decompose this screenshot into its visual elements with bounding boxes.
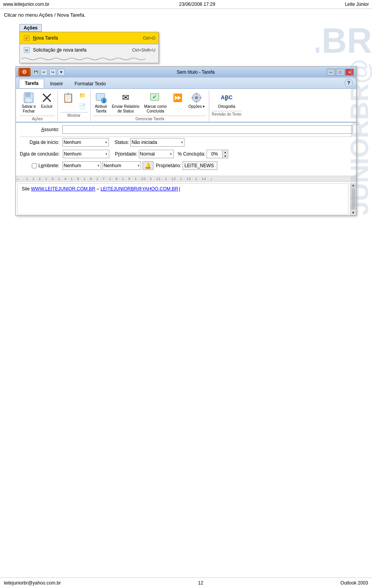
scrollbar[interactable]: ▲ ▼ (350, 183, 356, 215)
author: Leite Júnior (345, 2, 369, 7)
tab-inserir[interactable]: Inserir (44, 79, 69, 88)
lembrete-date-select[interactable]: Nenhum (62, 161, 101, 170)
spinner-down[interactable]: ▼ (222, 154, 228, 158)
proprietario-input[interactable] (183, 161, 217, 170)
btn-mostrar-3[interactable]: 📄 (77, 101, 88, 111)
menu-area: Ações ✓ Nova Tarefa Ctrl+O (19, 24, 182, 63)
arrow-icon: ⏩ (171, 92, 184, 104)
outlook-window: O 💾 ↩ ↪ ▼ Sem título - Tarefa ─ □ ✕ Tare… (16, 66, 356, 216)
salvar-fechar-icon: 📄 (22, 92, 35, 104)
menu-bar[interactable]: Ações (19, 24, 42, 32)
data-inicio-row: Data de início: Nenhum Status: Não inici… (20, 138, 352, 147)
menu-item-nova-tarefa[interactable]: ✓ Nova Tarefa Ctrl+O (20, 32, 158, 44)
ortografia-label: Ortografia (218, 104, 235, 109)
enviar-relatorio-icon: ✉ (119, 92, 132, 104)
lembrete-row: Lembrete: Nenhum Nenhum 🔔 Proprietário: (20, 161, 352, 170)
ribbon-tabs-row: Tarefa Inserir Formatar Texto ? (16, 78, 356, 88)
spinner-up[interactable]: ▲ (222, 150, 228, 154)
quick-undo-btn[interactable]: ↩ (41, 69, 48, 76)
svg-text:👤: 👤 (102, 99, 106, 103)
btn-arrow[interactable]: ⏩ (169, 90, 186, 105)
acoes-buttons: 📄 Salvar eFechar Excluir (20, 90, 55, 115)
concluida-spinner: ▲ ▼ (207, 150, 228, 158)
btn-mostrar-1[interactable]: 📋 (60, 90, 76, 105)
quick-save-btn[interactable]: 💾 (32, 69, 39, 76)
office-button[interactable]: O (18, 68, 31, 76)
assunto-input[interactable] (62, 125, 352, 134)
title-bar: O 💾 ↩ ↪ ▼ Sem título - Tarefa ─ □ ✕ (16, 67, 356, 78)
doc-area[interactable]: Site WWW.LEITEJUNIOR.COM.BR – LEITEJUNIO… (17, 183, 348, 214)
ribbon-group-revisao: ABC ✔ Ortografia Revisão de Texto (209, 90, 244, 121)
quick-extra-btn[interactable]: ▼ (58, 69, 65, 76)
btn-excluir[interactable]: Excluir (39, 90, 55, 110)
btn-atribuir-tarefa[interactable]: 👤 AtribuirTarefa (93, 90, 109, 115)
ribbon-group-gerenciar: 👤 AtribuirTarefa ✉ Enviar Relatóriode St… (91, 90, 210, 121)
btn-ortografia[interactable]: ABC ✔ Ortografia (216, 90, 237, 110)
btn-salvar-fechar[interactable]: 📄 Salvar eFechar (20, 90, 38, 115)
svg-text:📄: 📄 (27, 99, 31, 102)
salvar-fechar-label: Salvar eFechar (22, 104, 36, 114)
mostrar-2-icon: 📁 (78, 91, 87, 100)
data-conclusao-select[interactable]: Nenhum (63, 150, 109, 158)
btn-marcar-concluida[interactable]: ✔ Marcar comoConcluída (142, 90, 169, 115)
lembrete-label: Lembrete: (38, 163, 59, 168)
assunto-row: Assunto: (20, 125, 352, 134)
svg-text:✉: ✉ (25, 48, 28, 52)
svg-text:✓: ✓ (25, 36, 28, 40)
nova-tarefa-shortcut: Ctrl+O (143, 36, 155, 40)
quick-redo-btn[interactable]: ↪ (49, 69, 56, 76)
btn-mostrar-2[interactable]: 📁 (77, 90, 88, 100)
help-button[interactable]: ? (344, 79, 353, 87)
scroll-up[interactable]: ▲ (351, 183, 356, 188)
tab-tarefa[interactable]: Tarefa (19, 79, 44, 88)
window-title: Sem título - Tarefa (65, 69, 327, 75)
concluida-input[interactable] (207, 150, 222, 158)
nova-tarefa-icon: ✓ (23, 34, 31, 42)
ruler-bar: ↔ · 1 · 1 · 2 · 1 · 3 · 1 · 4 · 1 · 5 · … (16, 176, 356, 182)
data-conclusao-row: Data de conclusão: Nenhum Prioridade: No… (20, 149, 352, 159)
restore-button[interactable]: □ (336, 69, 344, 76)
doc-link2[interactable]: LEITEJUNIORBR@YAHOO.COM.BR (100, 186, 178, 192)
mostrar-group-label: Mostrar (60, 112, 88, 118)
speaker-icon[interactable]: 🔔 (143, 161, 153, 170)
data-inicio-label: Data de início: (20, 140, 62, 145)
prioridade-select-wrapper: Normal Baixa Alta (139, 150, 174, 158)
prioridade-select[interactable]: Normal Baixa Alta (139, 150, 174, 158)
minimize-button[interactable]: ─ (327, 69, 335, 76)
btn-enviar-relatorio[interactable]: ✉ Enviar Relatóriode Status (110, 90, 141, 115)
title-bar-controls: ─ □ ✕ (327, 69, 354, 76)
excluir-label: Excluir (41, 104, 53, 109)
svg-text:O: O (22, 69, 26, 75)
lembrete-checkbox[interactable] (32, 163, 37, 168)
page-header: www.leitejunior.com.br 23/06/2008 17:29 … (0, 0, 372, 9)
assunto-divider (20, 137, 352, 137)
svg-rect-20 (196, 101, 197, 103)
mostrar-1-icon: 📋 (62, 92, 74, 104)
lembrete-time-select[interactable]: Nenhum (102, 161, 141, 170)
page-footer: leitejuniorbr@yahoo.com.br 12 Outlook 20… (0, 578, 372, 588)
data-inicio-select-wrapper: Nenhum (62, 138, 109, 147)
lembrete-date-wrapper: Nenhum (62, 161, 101, 170)
instruction-text: Clicar no menu Ações / Nova Tarefa. (0, 9, 372, 21)
gerenciar-group-label: Gerenciar Tarefa (93, 116, 207, 121)
revisao-buttons: ABC ✔ Ortografia (216, 90, 237, 110)
data-inicio-select[interactable]: Nenhum (62, 138, 109, 147)
svg-rect-21 (191, 97, 193, 98)
footer-app: Outlook 2003 (341, 580, 368, 586)
prioridade-label: Prioridade: (115, 151, 137, 157)
tab-formatar-texto[interactable]: Formatar Texto (69, 79, 111, 88)
mostrar-buttons: 📋 📁 📄 (60, 90, 88, 111)
btn-opcoes[interactable]: Opções ▾ (186, 90, 207, 110)
proprietario-label: Proprietário: (156, 163, 181, 168)
status-select[interactable]: Não iniciada Em andamento Concluída (130, 138, 184, 147)
dropdown-menu: ✓ Nova Tarefa Ctrl+O ✉ (19, 32, 159, 63)
form-area: Assunto: Data de início: Nenhum Status: (16, 123, 356, 175)
close-button[interactable]: ✕ (345, 69, 354, 76)
doc-link1[interactable]: WWW.LEITEJUNIOR.COM.BR (31, 186, 95, 192)
nova-tarefa-label: Nova Tarefa (33, 35, 58, 41)
scroll-down[interactable]: ▼ (351, 210, 356, 215)
doc-text: Site (22, 186, 31, 192)
svg-rect-22 (200, 97, 202, 98)
menu-item-solicitacao[interactable]: ✉ Solicitação de nova tarefa Ctrl+Shift+… (20, 44, 158, 56)
status-select-wrapper: Não iniciada Em andamento Concluída (130, 138, 184, 147)
